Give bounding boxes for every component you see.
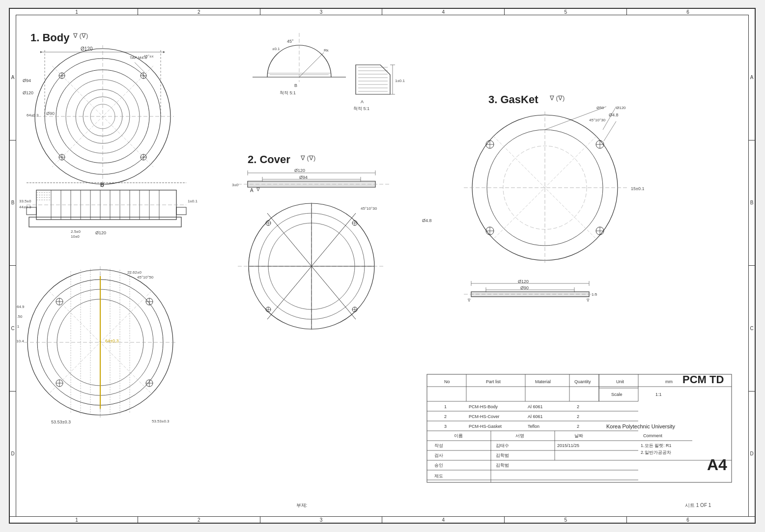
svg-text:Scale: Scale bbox=[611, 392, 623, 397]
svg-text:1:1: 1:1 bbox=[655, 392, 662, 397]
svg-text:∇: ∇ bbox=[586, 298, 590, 303]
svg-line-187 bbox=[604, 121, 616, 141]
svg-text:김태수: 김태수 bbox=[496, 443, 509, 448]
grid-top: 1 2 3 4 5 6 bbox=[16, 9, 749, 15]
svg-text:1.모든 필렛: R1: 1.모든 필렛: R1 bbox=[641, 443, 672, 448]
svg-text:±0.1: ±0.1 bbox=[272, 47, 280, 51]
grid-right-d: D bbox=[749, 392, 755, 517]
grid-top-3: 3 bbox=[260, 9, 383, 15]
svg-text:10±0: 10±0 bbox=[71, 234, 80, 239]
section-b-detail: 45° ±0.1 B 척적 5:1 Rk bbox=[253, 33, 346, 95]
grid-right-a: A bbox=[749, 15, 755, 140]
svg-text:Ø90: Ø90 bbox=[46, 111, 55, 116]
svg-text:Rk: Rk bbox=[324, 48, 329, 53]
svg-text:R2.50: R2.50 bbox=[17, 314, 23, 319]
svg-text:45°10°30: 45°10°30 bbox=[361, 206, 377, 211]
svg-text:검사: 검사 bbox=[434, 453, 443, 458]
svg-text:Ø90: Ø90 bbox=[520, 285, 529, 290]
svg-line-108 bbox=[299, 53, 324, 77]
svg-text:∇: ∇ bbox=[256, 187, 260, 192]
svg-text:Ø120: Ø120 bbox=[518, 279, 529, 284]
svg-text:∇: ∇ bbox=[467, 298, 471, 303]
grid-top-2: 2 bbox=[138, 9, 260, 15]
main-drawing: 1. Body ∇ (∇) bbox=[17, 16, 749, 512]
svg-text:Material: Material bbox=[535, 379, 551, 384]
svg-text:44±0.3: 44±0.3 bbox=[19, 205, 31, 209]
svg-text:15±0.1: 15±0.1 bbox=[631, 186, 644, 191]
svg-text:1±0.1: 1±0.1 bbox=[188, 199, 198, 203]
svg-text:Unit: Unit bbox=[616, 379, 624, 384]
svg-text:A4: A4 bbox=[707, 456, 727, 474]
svg-text:53.53±0.3: 53.53±0.3 bbox=[51, 420, 71, 424]
grid-bottom: 1 2 3 4 5 6 bbox=[16, 517, 749, 523]
cover-title: 2. Cover bbox=[248, 153, 290, 166]
svg-text:승인: 승인 bbox=[434, 463, 443, 468]
svg-text:Part list: Part list bbox=[486, 379, 501, 384]
section-a-detail: 1±0.1 A 척적 5:1 bbox=[353, 65, 405, 111]
grid-top-4: 4 bbox=[382, 9, 505, 15]
svg-text:PCM-HS-Body: PCM-HS-Body bbox=[469, 404, 498, 409]
svg-text:64.9: 64.9 bbox=[17, 305, 25, 309]
svg-text:mm: mm bbox=[665, 379, 673, 384]
gasket-top-view: Ø4.8 Ø50 Ø120 45°10°30 15±0.1 bbox=[464, 106, 644, 264]
svg-text:1±0.1: 1±0.1 bbox=[395, 79, 405, 83]
svg-text:Ø120: Ø120 bbox=[616, 106, 626, 110]
svg-text:PCM-HS-Gasket: PCM-HS-Gasket bbox=[469, 424, 502, 429]
svg-text:작성: 작성 bbox=[434, 443, 443, 448]
svg-text:Al 6061: Al 6061 bbox=[528, 404, 543, 409]
svg-text:Ø94: Ø94 bbox=[299, 175, 308, 180]
svg-text:Ø120: Ø120 bbox=[294, 168, 305, 173]
svg-text:3: 3 bbox=[444, 424, 447, 429]
drawing-sheet: 1 2 3 4 5 6 1 2 3 4 5 6 A B C D A B C D … bbox=[9, 8, 756, 524]
svg-text:PCM-HS-Cover: PCM-HS-Cover bbox=[469, 414, 500, 419]
svg-text:B: B bbox=[294, 83, 297, 88]
svg-text:2.5±0: 2.5±0 bbox=[71, 229, 81, 234]
grid-top-1: 1 bbox=[16, 9, 138, 15]
svg-text:1.5: 1.5 bbox=[592, 292, 597, 297]
svg-text:Ø120: Ø120 bbox=[23, 90, 33, 95]
svg-line-146 bbox=[312, 213, 356, 266]
svg-text:Al 6061: Al 6061 bbox=[528, 414, 543, 419]
svg-text:2015/11/25: 2015/11/25 bbox=[557, 443, 579, 448]
svg-text:Ø94: Ø94 bbox=[23, 78, 31, 83]
title-block: No Part list Material Quantity Unit mm P… bbox=[427, 373, 732, 482]
subtitle-label: 부제: bbox=[296, 503, 308, 508]
grid-bot-1: 1 bbox=[16, 517, 138, 523]
cover-side-view: Ø120 Ø94 A ∇ 3±0 bbox=[232, 168, 390, 193]
svg-text:3±0: 3±0 bbox=[232, 183, 239, 187]
svg-text:Comment: Comment bbox=[643, 433, 663, 438]
grid-right: A B C D bbox=[749, 15, 755, 517]
svg-text:Teflon: Teflon bbox=[528, 424, 539, 429]
svg-text:33.5±0: 33.5±0 bbox=[19, 199, 31, 203]
body-bottom-view: 64±0.3 64.9 R2.50 R1 Ø10.4 53.53±0.3 53.… bbox=[17, 266, 176, 424]
cover-surface-symbol: ∇ (∇) bbox=[300, 154, 315, 162]
svg-text:이름: 이름 bbox=[454, 433, 463, 438]
gasket-surface-symbol: ∇ (∇) bbox=[549, 94, 565, 102]
grid-left: A B C D bbox=[10, 15, 16, 517]
grid-left-d: D bbox=[10, 392, 16, 517]
gasket-title: 3. GasKet bbox=[488, 93, 538, 106]
svg-rect-53 bbox=[176, 207, 186, 215]
svg-text:R1: R1 bbox=[17, 324, 20, 329]
svg-text:척적 5:1: 척적 5:1 bbox=[280, 90, 296, 95]
svg-text:No: No bbox=[444, 379, 450, 384]
svg-line-152 bbox=[312, 266, 356, 319]
svg-text:제도: 제도 bbox=[434, 474, 443, 478]
svg-line-150 bbox=[267, 266, 312, 319]
svg-text:A: A bbox=[250, 188, 254, 193]
grid-bot-5: 5 bbox=[505, 517, 627, 523]
sheet-number: 시트 1 OF 1 bbox=[685, 503, 711, 508]
grid-top-6: 6 bbox=[627, 9, 749, 15]
body-title: 1. Body bbox=[30, 31, 70, 44]
svg-text:Ø120: Ø120 bbox=[81, 46, 93, 52]
body-top-view: Ø120 Ø90 Ø94 Ø120 64±0.3 TAP M4-8 45°±x bbox=[23, 45, 174, 188]
svg-text:PCM TD: PCM TD bbox=[682, 373, 724, 386]
svg-text:2: 2 bbox=[444, 414, 447, 419]
svg-text:Ø10.4: Ø10.4 bbox=[17, 339, 24, 343]
svg-text:45°: 45° bbox=[287, 39, 294, 44]
svg-text:서명: 서명 bbox=[515, 433, 524, 438]
svg-text:64±0.3: 64±0.3 bbox=[105, 338, 118, 343]
svg-text:2: 2 bbox=[577, 424, 579, 429]
svg-text:Ø120: Ø120 bbox=[95, 230, 106, 235]
svg-text:A: A bbox=[361, 99, 364, 104]
